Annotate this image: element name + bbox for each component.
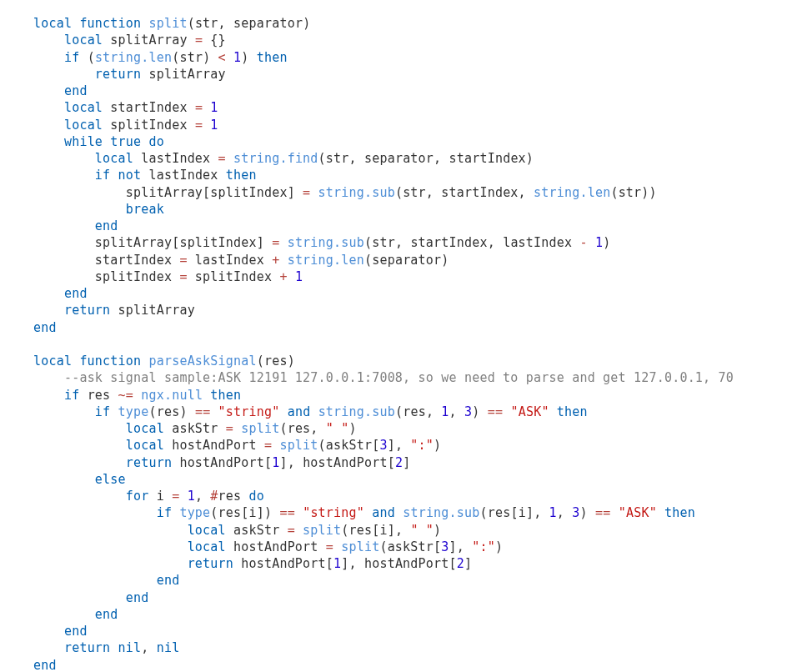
code-line: splitArray[splitIndex] = string.sub(str,… — [33, 234, 812, 251]
code-token — [72, 354, 79, 369]
code-token: , — [395, 523, 410, 538]
code-token — [33, 269, 95, 284]
code-token: nil — [118, 640, 142, 655]
code-token: ]) — [257, 505, 272, 520]
code-line: else — [33, 471, 812, 488]
code-token: # — [210, 489, 218, 504]
code-token: 1 — [595, 235, 603, 250]
code-token: askStr — [326, 438, 372, 453]
code-token: , — [141, 640, 156, 655]
code-token — [33, 33, 64, 48]
code-token: end — [33, 320, 57, 335]
code-token: splitArray — [110, 303, 195, 318]
code-token: local — [64, 33, 103, 48]
code-token: local — [95, 151, 133, 166]
code-token: split — [279, 438, 318, 453]
code-line: if type(res) == "string" and string.sub(… — [33, 404, 812, 420]
code-token — [310, 185, 318, 200]
code-token: startIndex — [410, 235, 487, 250]
code-token — [610, 505, 618, 520]
code-token — [33, 472, 95, 487]
code-token — [110, 168, 118, 183]
code-token: , — [288, 455, 303, 470]
code-token: res — [218, 505, 242, 520]
code-token — [295, 185, 303, 200]
code-token: break — [126, 202, 164, 217]
code-token: if — [64, 50, 79, 65]
code-token: local — [126, 438, 164, 453]
code-line: local hostAndPort = split(askStr[3], ":"… — [33, 437, 812, 454]
code-line: end — [33, 285, 812, 302]
code-token: str — [179, 50, 203, 65]
code-token: , — [395, 438, 410, 453]
code-token: ] — [279, 455, 287, 470]
code-token: local — [188, 523, 226, 538]
code-line: --ask signal sample:ASK 12191 127.0.0.1:… — [33, 369, 812, 386]
code-token: ( — [318, 438, 326, 453]
code-token: "string" — [303, 505, 364, 520]
code-token — [210, 50, 218, 65]
code-token: ) — [434, 523, 441, 538]
code-token — [588, 505, 595, 520]
code-token: local — [33, 16, 72, 31]
code-token: hostAndPort — [164, 438, 264, 453]
code-token: startIndex — [441, 185, 518, 200]
code-token: ( — [188, 16, 195, 31]
code-token — [110, 640, 118, 655]
code-token — [288, 269, 295, 284]
code-token: str — [326, 151, 349, 166]
code-token — [33, 590, 126, 605]
code-line: local function parseAskSignal(res) — [33, 353, 812, 369]
code-token — [33, 118, 64, 133]
code-token — [33, 168, 95, 183]
code-token: [ — [264, 455, 272, 470]
code-token — [210, 404, 218, 419]
code-token — [203, 118, 210, 133]
code-token — [33, 83, 64, 98]
code-token: startIndex — [449, 151, 526, 166]
code-line: end — [33, 623, 812, 639]
code-token: , — [310, 421, 325, 436]
code-token: ) — [303, 16, 310, 31]
code-token: = — [179, 269, 187, 284]
code-token: "string" — [218, 404, 280, 419]
code-token: str — [372, 235, 395, 250]
code-token: then — [210, 388, 241, 403]
code-token: 1 — [333, 556, 341, 571]
code-token: splitArray — [126, 185, 203, 200]
code-token: [ — [241, 505, 248, 520]
code-token — [33, 100, 64, 115]
code-token: 3 — [441, 539, 449, 554]
code-token: ] — [388, 523, 395, 538]
code-token: ( — [279, 421, 287, 436]
code-token: < — [218, 50, 226, 65]
code-token: , — [434, 151, 449, 166]
code-line: splitIndex = splitIndex + 1 — [33, 268, 812, 285]
code-token — [203, 388, 210, 403]
code-token: = — [326, 539, 333, 554]
code-token: , — [426, 404, 441, 419]
code-token: ":" — [472, 539, 495, 554]
code-token — [33, 640, 64, 655]
code-token — [33, 50, 64, 65]
code-token: ( — [480, 505, 488, 520]
code-token: ( — [257, 354, 264, 369]
code-token: ( — [149, 404, 157, 419]
code-token: i — [379, 523, 387, 538]
code-token — [233, 421, 241, 436]
code-token: splitArray — [103, 33, 195, 48]
code-token: end — [126, 590, 149, 605]
code-token — [33, 539, 188, 554]
code-token: ngx.null — [141, 388, 203, 403]
code-line: return hostAndPort[1], hostAndPort[2] — [33, 454, 812, 471]
code-line: end — [33, 657, 812, 673]
code-token: [ — [388, 455, 395, 470]
code-token — [226, 50, 233, 65]
code-token: , — [449, 404, 464, 419]
code-line: end — [33, 319, 812, 336]
code-token — [33, 421, 126, 436]
code-token: string.sub — [318, 185, 395, 200]
code-token — [33, 151, 95, 166]
code-token: end — [95, 218, 118, 233]
code-token: if — [95, 168, 110, 183]
